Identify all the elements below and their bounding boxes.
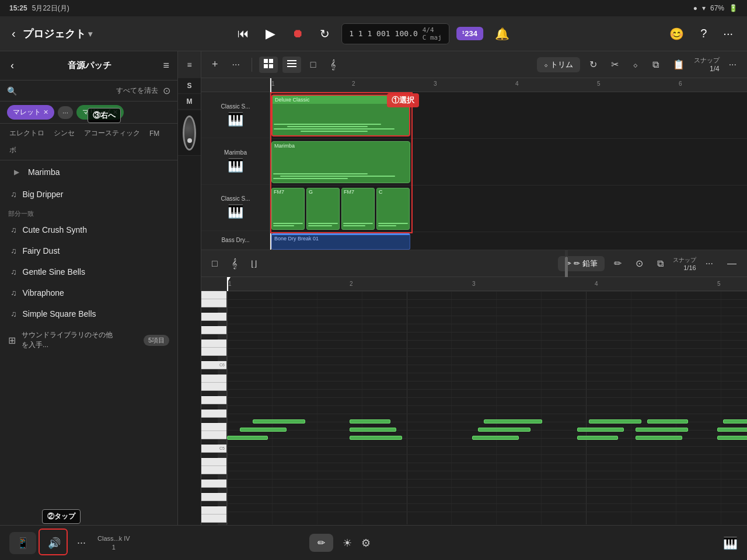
volume-knob[interactable] [183,116,196,150]
piano-key-B5[interactable] [201,374,226,383]
pr-note-14[interactable] [647,419,688,424]
clear-all-button[interactable]: すべてを清去 [116,86,158,96]
square-view-button[interactable]: □ [306,57,321,72]
tag-marimba-remove[interactable]: ✕ [113,108,118,116]
piano-black-key-F6[interactable] [201,334,218,340]
sound-item-gentlesine[interactable]: ♫ Gentle Sine Bells [2,261,175,282]
tag-mallet-remove[interactable]: ✕ [43,108,48,116]
loop-button[interactable]: ↻ [585,57,602,72]
more-top-button[interactable]: ··· [718,24,738,43]
pr-copy-button[interactable]: ⧉ [652,256,668,271]
bottom-piano-button[interactable]: 🎹 [723,536,738,550]
pr-note-6[interactable] [472,436,519,440]
pr-more-button[interactable]: ··· [701,256,718,271]
record-button[interactable]: ⏺ [287,24,308,43]
back-button[interactable]: ‹ [9,24,18,43]
sound-item-vibraphone[interactable]: ♫ Vibraphone [2,282,175,303]
count-in-badge[interactable]: ¹234 [456,27,483,40]
pr-note-7[interactable] [478,428,530,432]
piano-key-C5[interactable]: C5 [201,444,226,453]
piano-key-B4[interactable] [201,458,226,466]
pr-brush-button[interactable]: ✏ [609,256,626,271]
piano-black-key-A5[interactable] [201,391,218,396]
piano-black-key-F4[interactable] [201,501,218,506]
piano-black-key-A4[interactable] [201,474,218,480]
track-header-4[interactable]: Bass Dry... [201,231,270,250]
cat-fm[interactable]: FM [147,128,162,139]
tag-mallet[interactable]: マレット ✕ [7,105,54,120]
bottom-more-button[interactable]: ··· [72,534,90,551]
pr-note-2[interactable] [253,419,305,424]
pr-note-0[interactable] [227,436,268,440]
clip-deluxe-classic[interactable]: Deluxe Classic [271,94,410,136]
pr-record-button[interactable]: ⊙ [631,256,648,271]
piano-key-E5[interactable] [201,423,226,431]
piano-key-G6[interactable] [201,313,226,321]
piano-key-A6[interactable] [201,299,226,307]
piano-key-G5[interactable] [201,396,226,404]
pr-note-5[interactable] [350,419,390,424]
pr-note-15[interactable] [717,436,747,440]
sound-item-simplesquare[interactable]: ♫ Simple Square Bells [2,303,175,324]
bottom-pencil-button[interactable]: ✏ [309,534,333,552]
piano-key-A4[interactable] [201,466,226,474]
piano-key-E6[interactable] [201,340,226,348]
scrollbar-thumb[interactable] [565,257,568,280]
sound-item-cutecrushy[interactable]: ♫ Cute Crush Synth [2,219,175,240]
play-button[interactable]: ▶ [261,24,280,44]
piano-black-key-F5[interactable] [201,418,218,423]
trim-button[interactable]: ⬦ トリム [537,57,580,72]
piano-black-key-C6[interactable] [201,369,218,374]
tag-marimba[interactable]: マリンバ ✕ [76,105,124,120]
grid-view-button[interactable] [259,57,278,73]
pr-note-9[interactable] [577,436,618,440]
clip-c[interactable]: C [376,188,410,230]
add-track-button[interactable]: + [207,56,223,73]
pr-note-8[interactable] [484,419,542,424]
piano-black-key-A6[interactable] [201,307,218,313]
app-icon-button[interactable]: 📱 [9,532,36,554]
piano-key-G4[interactable] [201,480,226,488]
piano-key-B6[interactable] [201,291,226,299]
cut-button[interactable]: ✂ [606,57,623,72]
clip-g[interactable]: G [306,188,340,230]
pr-quant-button[interactable]: ⌊⌋ [246,257,261,271]
piano-key-C6[interactable]: C6 [201,361,226,369]
pr-note-17[interactable] [723,419,747,424]
cat-electro[interactable]: エレクトロ [7,127,47,139]
cat-synth[interactable]: シンセ [51,127,77,139]
track-more-right-button[interactable]: ··· [724,57,741,72]
play-marimba-btn[interactable]: ▶ [11,166,22,178]
piano-key-D6[interactable] [201,348,226,356]
cycle-button[interactable]: ↻ [315,24,334,43]
pr-note-4[interactable] [350,428,396,432]
piano-black-key-G6[interactable] [201,321,218,326]
rewind-button[interactable]: ⏮ [233,24,254,43]
piano-black-key-D6[interactable] [201,356,218,361]
track-header-2[interactable]: Marimba 🎹 [201,138,270,184]
more-items[interactable]: ⊞ サウンドライブラリのその他を入手... 5項目 [0,324,177,356]
m-mute-button[interactable]: M [178,94,201,110]
piano-black-key-C5[interactable] [201,453,218,458]
cat-acoustic[interactable]: アコースティック [82,127,142,139]
clip-fm7-1[interactable]: FM7 [271,188,305,230]
piano-black-key-D5[interactable] [201,439,218,444]
piano-view-button[interactable]: 𝄞 [326,57,340,72]
pr-more-right-button[interactable]: — [722,256,741,271]
filter-settings-btn[interactable]: ≡ [187,60,191,69]
pr-note-16[interactable] [717,428,747,432]
metronome-button[interactable]: 🔔 [490,24,514,43]
smiley-button[interactable]: 😊 [665,24,689,43]
piano-key-D5[interactable] [201,431,226,439]
sound-item-fairydust[interactable]: ♫ Fairy Dust [2,240,175,261]
bottom-sun-button[interactable]: ☀ [343,537,352,550]
piano-key-D4[interactable] [201,514,226,523]
piano-key-F4[interactable] [201,493,226,501]
piano-key-E4[interactable] [201,506,226,514]
pr-note-12[interactable] [636,436,682,440]
piano-black-key-G5[interactable] [201,404,218,410]
pr-note-13[interactable] [636,428,688,432]
piano-key-F6[interactable] [201,326,226,334]
clip-marimba[interactable]: Marimba [271,141,410,183]
copy-button[interactable]: ⧉ [648,57,664,72]
